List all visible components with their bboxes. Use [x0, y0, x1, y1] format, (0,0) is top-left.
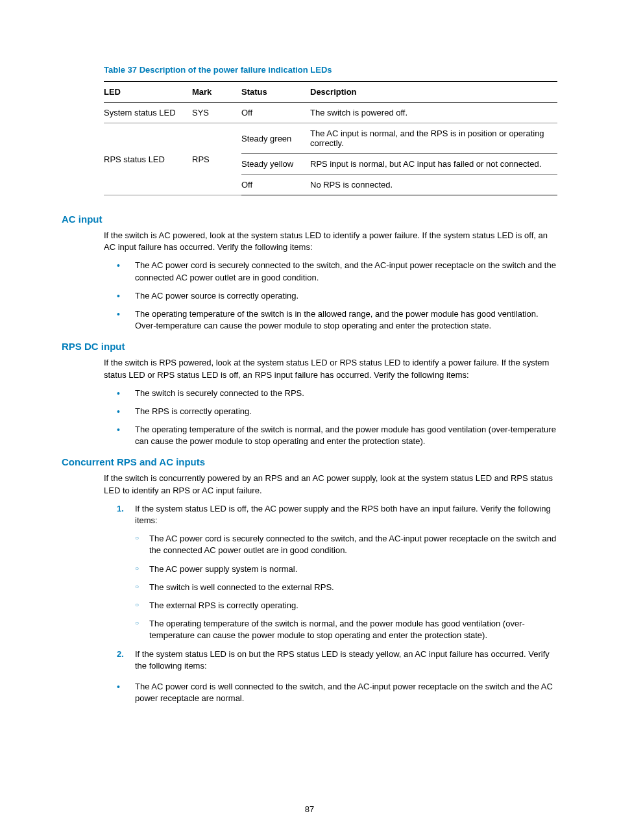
table-caption: Table 37 Description of the power failur…	[104, 65, 557, 75]
table-header-row: LED Mark Status Description	[104, 82, 557, 103]
list-item: The AC power source is correctly operati…	[117, 290, 557, 302]
list-item: The external RPS is correctly operating.	[135, 600, 557, 611]
list-item: 1. If the system status LED is off, the …	[117, 503, 557, 642]
list-item: The AC power cord is securely connected …	[135, 533, 557, 556]
bullet-list: The switch is securely connected to the …	[117, 388, 557, 448]
list-text: If the system status LED is off, the AC …	[135, 504, 551, 525]
list-item: The switch is securely connected to the …	[117, 388, 557, 399]
section-heading-rps-dc-input: RPS DC input	[62, 341, 557, 352]
bullet-list: The AC power cord is securely connected …	[117, 260, 557, 332]
paragraph: If the switch is AC powered, look at the…	[104, 230, 557, 253]
list-item: The AC power cord is securely connected …	[117, 260, 557, 283]
list-number: 1.	[117, 503, 124, 515]
cell-mark: RPS	[192, 123, 241, 195]
list-item: The AC power supply system is normal.	[135, 563, 557, 575]
cell-led: RPS status LED	[104, 123, 192, 195]
list-number: 2.	[117, 649, 124, 660]
list-item: The switch is well connected to the exte…	[135, 582, 557, 593]
th-status: Status	[241, 82, 310, 103]
list-item: The operating temperature of the switch …	[135, 618, 557, 641]
section-heading-ac-input: AC input	[62, 214, 557, 225]
paragraph: If the switch is RPS powered, look at th…	[104, 357, 557, 380]
cell-status: Steady green	[241, 123, 310, 154]
paragraph: If the switch is concurrently powered by…	[104, 473, 557, 496]
cell-status: Steady yellow	[241, 154, 310, 175]
table-row: RPS status LED RPS Steady green The AC i…	[104, 123, 557, 154]
sub-list: The AC power cord is securely connected …	[135, 533, 557, 641]
list-item: The RPS is correctly operating.	[117, 406, 557, 417]
list-item: The AC power cord is well connected to t…	[117, 681, 557, 704]
th-description: Description	[310, 82, 557, 103]
bullet-list: The AC power cord is well connected to t…	[117, 681, 557, 704]
cell-description: No RPS is connected.	[310, 175, 557, 195]
cell-description: RPS input is normal, but AC input has fa…	[310, 154, 557, 175]
list-item: The operating temperature of the switch …	[117, 424, 557, 447]
list-text: If the system status LED is on but the R…	[135, 649, 550, 671]
cell-led: System status LED	[104, 103, 192, 123]
page-number: 87	[0, 804, 619, 814]
th-mark: Mark	[192, 82, 241, 103]
cell-status: Off	[241, 103, 310, 123]
numbered-list: 1. If the system status LED is off, the …	[117, 503, 557, 672]
led-table: LED Mark Status Description System statu…	[104, 81, 557, 195]
cell-mark: SYS	[192, 103, 241, 123]
section-heading-concurrent: Concurrent RPS and AC inputs	[62, 456, 557, 467]
list-item: 2. If the system status LED is on but th…	[117, 649, 557, 672]
cell-status: Off	[241, 175, 310, 195]
cell-description: The switch is powered off.	[310, 103, 557, 123]
cell-description: The AC input is normal, and the RPS is i…	[310, 123, 557, 154]
table-row: System status LED SYS Off The switch is …	[104, 103, 557, 123]
page: Table 37 Description of the power failur…	[0, 0, 619, 840]
th-led: LED	[104, 82, 192, 103]
list-item: The operating temperature of the switch …	[117, 308, 557, 332]
